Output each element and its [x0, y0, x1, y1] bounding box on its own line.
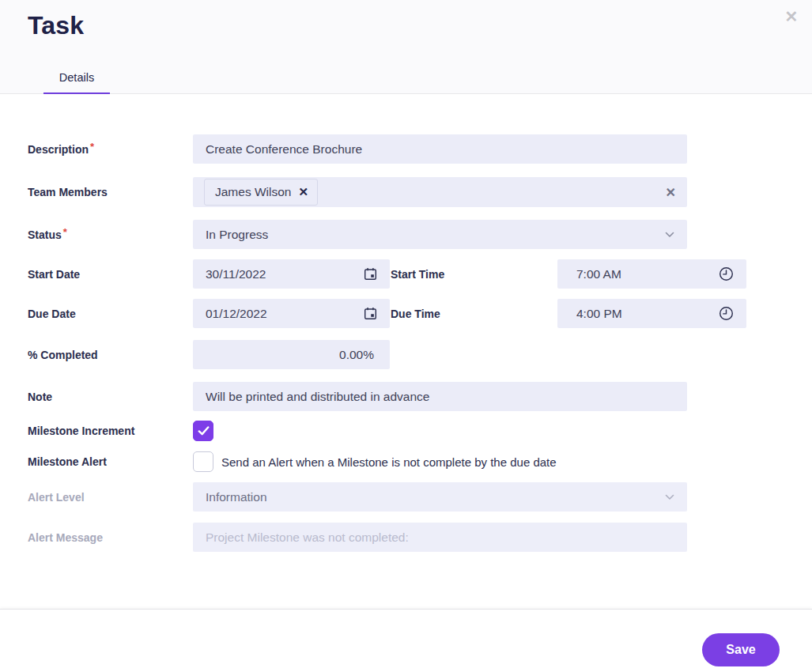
calendar-icon[interactable]	[364, 307, 377, 320]
status-label: Status*	[28, 220, 67, 249]
description-label: Description*	[28, 134, 94, 164]
team-members-input[interactable]: James Wilson ✕ ✕	[193, 177, 687, 207]
due-date-label: Due Date	[28, 299, 76, 328]
task-form: Description* Create Conference Brochure …	[0, 0, 812, 672]
checkmark-icon	[198, 426, 210, 436]
milestone-alert-label: Milestone Alert	[28, 451, 107, 472]
chip-remove-icon[interactable]: ✕	[298, 185, 308, 199]
milestone-increment-checkbox[interactable]	[193, 421, 213, 441]
save-button[interactable]: Save	[702, 633, 780, 666]
calendar-icon[interactable]	[364, 267, 377, 281]
clear-field-icon[interactable]: ✕	[666, 185, 676, 200]
required-asterisk: *	[63, 226, 67, 238]
status-select[interactable]: In Progress	[193, 220, 687, 249]
clock-icon[interactable]	[719, 266, 734, 281]
milestone-alert-checkbox[interactable]	[193, 451, 213, 472]
clock-icon[interactable]	[719, 306, 734, 321]
team-members-label: Team Members	[28, 177, 108, 207]
due-date-input[interactable]: 01/12/2022	[193, 299, 390, 328]
alert-level-select: Information	[193, 482, 687, 512]
start-date-label: Start Date	[28, 259, 80, 289]
team-member-chip-label: James Wilson	[215, 185, 291, 199]
note-label: Note	[28, 382, 52, 411]
due-time-input[interactable]: 4:00 PM	[557, 299, 746, 328]
dialog-footer: Save	[0, 609, 812, 672]
required-asterisk: *	[90, 141, 94, 153]
start-time-label: Start Time	[391, 259, 444, 289]
alert-message-label: Alert Message	[28, 523, 103, 552]
percent-completed-input[interactable]: 0.00%	[193, 340, 390, 369]
chevron-down-icon	[665, 494, 674, 500]
milestone-increment-label: Milestone Increment	[28, 421, 134, 441]
team-member-chip[interactable]: James Wilson ✕	[204, 179, 318, 206]
due-time-label: Due Time	[391, 299, 440, 328]
task-dialog: Task ✕ Details Description* Create Confe…	[0, 0, 812, 672]
start-time-input[interactable]: 7:00 AM	[557, 259, 746, 289]
alert-message-input: Project Milestone was not completed:	[193, 523, 687, 552]
note-input[interactable]: Will be printed and distributed in advan…	[193, 382, 687, 411]
start-date-input[interactable]: 30/11/2022	[193, 259, 390, 289]
chevron-down-icon	[665, 232, 674, 238]
description-input[interactable]: Create Conference Brochure	[193, 134, 687, 164]
milestone-alert-description: Send an Alert when a Milestone is not co…	[221, 451, 557, 472]
percent-completed-label: % Completed	[28, 340, 98, 369]
alert-level-label: Alert Level	[28, 482, 85, 512]
